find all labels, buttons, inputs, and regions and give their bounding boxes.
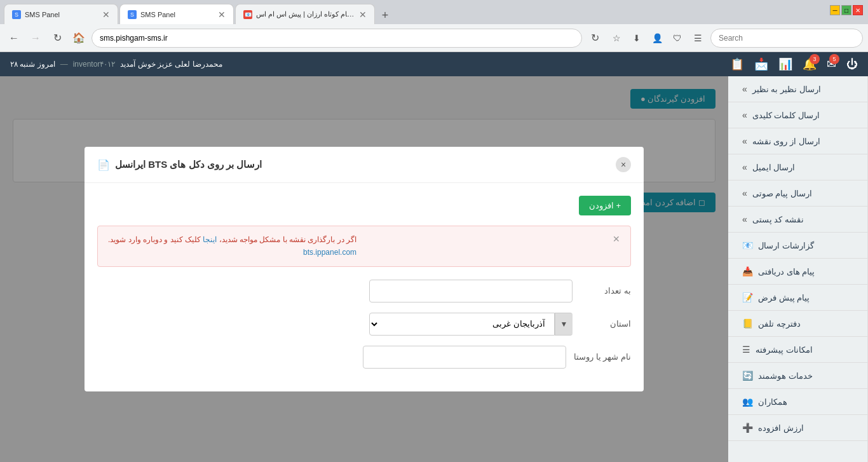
sidebar-icon-peer: »: [742, 84, 747, 94]
home-button[interactable]: 🏠: [70, 29, 88, 47]
alert-text: اگر در بارگذاری نقشه با مشکل مواجه شدید،…: [108, 234, 356, 258]
power-button[interactable]: ⏻: [846, 58, 858, 71]
tab-title-2: SMS Panel: [140, 11, 214, 18]
tab-sms-page-3[interactable]: 📧 نه بیام کوتاه ارزان | پیش اس ام اس ✕: [235, 4, 375, 24]
sidebar-icon-keyword: »: [742, 110, 747, 120]
sidebar-label-postal: نقشه کد پستی: [752, 215, 804, 224]
alert-link-bts[interactable]: bts.ippanel.com: [303, 248, 356, 257]
sidebar-item-postal[interactable]: نقشه کد پستی »: [728, 207, 867, 233]
tab-close-3[interactable]: ✕: [359, 10, 367, 19]
sidebar-item-map[interactable]: ارسال از روی نقشه »: [728, 128, 867, 154]
sidebar-label-template: پیام پیش فرض: [758, 293, 810, 302]
sidebar-label-voice: ارسال پیام صوتی: [752, 189, 812, 198]
modal-close-button[interactable]: ×: [616, 157, 631, 172]
user-id: inventor۴۰۱۲: [73, 60, 116, 69]
tab-sms-panel-2[interactable]: S SMS Panel ✕: [119, 4, 234, 24]
tab-favicon-3: 📧: [243, 10, 252, 19]
close-button[interactable]: ✕: [853, 5, 863, 15]
alert-text-1: اگر در بارگذاری نقشه با مشکل مواجه شدید،: [219, 235, 356, 244]
mail-badge-count: 5: [829, 54, 839, 64]
nav-icon-3[interactable]: 📋: [730, 57, 744, 71]
sidebar-label-reports: گزارشات ارسال: [758, 241, 814, 250]
alert-box: ✕ اگر در بارگذاری نقشه با مشکل مواجه شدی…: [97, 226, 631, 266]
sidebar-icon-advanced: ☰: [742, 344, 750, 355]
sidebar-item-smart[interactable]: خدمات هوشمند 🔄: [728, 363, 867, 389]
maximize-button[interactable]: □: [841, 5, 851, 15]
count-input[interactable]: [369, 280, 573, 302]
city-input[interactable]: [363, 346, 566, 369]
tab-favicon-2: S: [128, 10, 137, 19]
current-date: امروز شنبه ۲۸: [10, 60, 55, 69]
sidebar-item-phonebook[interactable]: دفترچه تلفن 📒: [728, 311, 867, 337]
mail-notification[interactable]: ✉ 5: [827, 57, 836, 71]
sidebar-item-template[interactable]: پیام پیش فرض 📝: [728, 285, 867, 311]
nav-icon-1[interactable]: 📊: [778, 57, 792, 71]
sidebar-icon-value: ➕: [742, 423, 753, 433]
minimize-button[interactable]: ─: [830, 5, 840, 15]
sidebar-item-keyword[interactable]: ارسال کلمات کلیدی »: [728, 102, 867, 128]
forward-button[interactable]: →: [27, 29, 44, 47]
tab-title-3: نه بیام کوتاه ارزان | پیش اس ام اس: [256, 10, 355, 18]
sidebar-icon-partners: 👥: [742, 397, 753, 407]
tab-favicon: S: [12, 10, 21, 19]
tab-close-1[interactable]: ✕: [102, 10, 110, 19]
modal-title-icon: 📄: [97, 159, 110, 171]
sidebar-icon-reports: 📧: [742, 240, 753, 250]
sidebar-label-peer: ارسال نظیر به نظیر: [752, 85, 821, 94]
tab-sms-panel-1[interactable]: S SMS Panel ✕: [4, 4, 118, 24]
sidebar-item-email[interactable]: ارسال ایمیل »: [728, 154, 867, 180]
shield-button[interactable]: 🛡: [668, 29, 686, 47]
notification-bell[interactable]: 🔔 3: [803, 57, 817, 71]
city-form-group: نام شهر یا روستا: [97, 346, 631, 369]
modal-title: ارسال بر روی دکل های BTS ایرانسل: [115, 159, 262, 170]
province-select-wrapper: ▼ آذربایجان غربی: [369, 313, 573, 336]
count-label: به تعداد: [580, 286, 631, 296]
new-tab-button[interactable]: +: [376, 6, 394, 24]
sidebar-icon-template: 📝: [742, 292, 753, 302]
sidebar-item-advanced[interactable]: امکانات پیشرفته ☰: [728, 337, 867, 363]
address-input[interactable]: [92, 29, 582, 48]
select-arrow-icon[interactable]: ▼: [555, 313, 573, 336]
add-button[interactable]: + افزودن: [579, 196, 631, 215]
alert-link-here[interactable]: اینجا: [203, 235, 217, 244]
nav-icon-2[interactable]: 📩: [754, 57, 768, 71]
alert-close-button[interactable]: ✕: [613, 234, 620, 244]
sidebar-icon-map: »: [742, 136, 747, 146]
sidebar-label-partners: همکاران: [758, 397, 787, 407]
bookmark-button[interactable]: ☆: [607, 29, 625, 47]
city-label: نام شهر یا روستا: [574, 352, 631, 362]
search-input[interactable]: [710, 29, 863, 48]
sidebar-item-reports[interactable]: گزارشات ارسال 📧: [728, 233, 867, 259]
separator: —: [60, 60, 68, 69]
profile-button[interactable]: 👤: [648, 29, 666, 47]
reload-button[interactable]: ↻: [586, 29, 604, 47]
add-button-label: + افزودن: [589, 201, 621, 210]
sidebar-item-partners[interactable]: همکاران 👥: [728, 389, 867, 415]
notif-badge-count: 3: [810, 54, 820, 64]
sidebar-item-voice[interactable]: ارسال پیام صوتی »: [728, 180, 867, 207]
count-form-group: به تعداد: [97, 280, 631, 302]
sidebar-item-value[interactable]: ارزش افزوده ➕: [728, 415, 867, 441]
user-greeting: محمدرضا لعلی عزیز خوش آمدید: [120, 60, 222, 69]
sidebar-label-keyword: ارسال کلمات کلیدی: [752, 111, 820, 120]
sidebar-label-map: ارسال از روی نقشه: [752, 137, 820, 146]
sidebar-item-inbox[interactable]: پیام های دریافتی 📥: [728, 259, 867, 285]
sidebar-icon-voice: »: [742, 188, 747, 198]
province-select[interactable]: آذربایجان غربی: [369, 313, 555, 336]
sidebar-label-advanced: امکانات پیشرفته: [756, 345, 813, 355]
sidebar-label-value: ارزش افزوده: [758, 423, 804, 433]
sidebar-icon-phonebook: 📒: [742, 318, 753, 329]
sidebar-item-peer[interactable]: ارسال نظیر به نظیر »: [728, 76, 867, 102]
province-form-group: استان ▼ آذربایجان غربی: [97, 313, 631, 336]
bts-modal: × ارسال بر روی دکل های BTS ایرانسل 📄: [85, 147, 644, 391]
modal-overlay: × ارسال بر روی دکل های BTS ایرانسل 📄: [0, 76, 728, 462]
settings-button[interactable]: ☰: [689, 29, 707, 47]
sidebar-icon-smart: 🔄: [742, 370, 753, 381]
sidebar-label-smart: خدمات هوشمند: [758, 371, 813, 381]
sidebar-label-phonebook: دفترچه تلفن: [758, 319, 801, 329]
download-button[interactable]: ⬇: [628, 29, 646, 47]
sidebar-icon-postal: »: [742, 214, 747, 224]
back-button[interactable]: ←: [5, 29, 23, 47]
tab-close-2[interactable]: ✕: [218, 10, 226, 19]
refresh-button[interactable]: ↻: [48, 29, 66, 47]
